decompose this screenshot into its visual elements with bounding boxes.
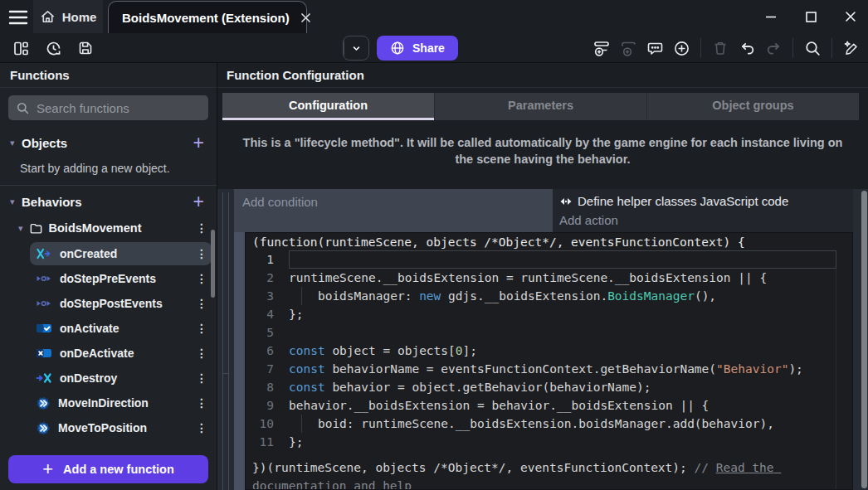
window-close-icon[interactable] [843,9,858,24]
toolbar: Preview Share [0,33,868,63]
sidebar-title: Functions [0,63,217,88]
move-icon [36,421,51,435]
kebab-menu-icon[interactable]: ⋮ [195,297,208,310]
step-icon [36,297,52,310]
tab-configuration[interactable]: Configuration [222,93,434,120]
add-function-label: Add a new function [63,463,174,476]
tab-document[interactable]: BoidsMovement (Extension) [108,1,307,34]
caret-down-icon: ▾ [10,138,22,148]
layout-panels-icon[interactable] [10,37,32,59]
behavior-group-boidsmovement[interactable]: ▾ BoidsMovement ⋮ [0,216,217,240]
event-rail [222,192,223,490]
search-icon[interactable] [802,37,823,59]
preview-dropdown-button[interactable] [344,36,368,60]
minimize-icon[interactable] [763,9,778,24]
maximize-icon[interactable] [803,9,818,24]
toolbar-separator [700,38,701,58]
comment-icon[interactable] [644,37,666,59]
behaviors-section-header[interactable]: ▾ Behaviors + [0,189,217,214]
add-circle-icon[interactable] [671,37,692,59]
kebab-menu-icon[interactable]: ⋮ [195,247,208,260]
functions-sidebar: Functions ▾ Objects + Start by adding a … [0,63,217,490]
share-button[interactable]: Share [377,36,458,61]
search-functions-box[interactable] [8,95,208,120]
function-item-dostelpreevents[interactable]: doStepPreEvents ⋮ [30,267,212,290]
caret-down-icon: ▾ [18,223,23,234]
tab-object-groups[interactable]: Object groups [646,93,859,120]
function-item-movetoposition[interactable]: MoveToPosition ⋮ [30,416,212,439]
sidebar-scrollbar[interactable] [211,230,215,298]
code-footer: })(runtimeScene, objects /*Object*/, eve… [246,451,852,490]
add-function-button[interactable]: + Add a new function [8,455,208,483]
window-controls [763,0,858,33]
event-drag-handle[interactable] [234,232,245,490]
tab-home[interactable]: Home [33,0,103,33]
js-code-icon [559,196,573,207]
search-functions-input[interactable] [37,101,201,115]
code-lines[interactable]: 12runtimeScene.__boidsExtension = runtim… [246,250,852,451]
function-item-onactivate[interactable]: onActivate ⋮ [30,317,212,340]
step-icon [36,272,52,285]
add-behavior-button[interactable]: + [189,193,208,210]
function-item-oncreated[interactable]: onCreated ⋮ [30,242,212,265]
destroy-icon [36,371,52,385]
home-icon [40,9,56,25]
tab-close-icon[interactable] [300,12,312,24]
event-rail-tick [222,373,229,374]
add-event-icon[interactable] [591,37,612,59]
code-header: (function(runtimeScene, objects /*Object… [246,233,852,250]
trash-icon[interactable] [710,37,731,59]
chevron-down-icon [350,42,363,55]
behaviors-section-label: Behaviors [22,195,189,209]
standard-event: Add condition Define helper classes Java… [234,189,853,232]
activate-icon [36,322,52,335]
add-object-button[interactable]: + [189,134,208,151]
kebab-menu-icon[interactable]: ⋮ [195,272,208,285]
preview-button-group: Preview [343,36,369,61]
deactivate-icon [36,347,52,360]
undo-icon[interactable] [736,37,758,59]
behavior-group-label: BoidsMovement [49,221,189,235]
add-subevent-icon[interactable] [617,37,639,59]
add-condition-button[interactable]: Add condition [234,189,553,232]
kebab-menu-icon[interactable]: ⋮ [195,322,208,335]
kebab-menu-icon[interactable]: ⋮ [195,421,208,434]
search-icon [16,101,30,115]
code-editor[interactable]: (function(runtimeScene, objects /*Object… [245,232,853,490]
globe-icon [390,41,405,56]
function-item-moveindirection[interactable]: MoveInDirection ⋮ [30,391,212,415]
kebab-menu-icon[interactable]: ⋮ [195,221,208,235]
panel-title: Function Configuration [217,63,868,88]
objects-section-header[interactable]: ▾ Objects + [0,130,217,155]
tab-home-label: Home [62,10,97,24]
edit-pen-icon[interactable] [841,37,862,59]
move-icon [36,396,51,410]
redo-icon[interactable] [763,37,784,59]
javascript-code-event: (function(runtimeScene, objects /*Object… [234,232,853,490]
kebab-menu-icon[interactable]: ⋮ [195,396,208,410]
tab-parameters[interactable]: Parameters [434,93,646,120]
toolbar-separator [831,38,832,58]
toolbar-separator [792,38,793,58]
objects-section-label: Objects [22,136,189,150]
function-configuration-panel: Function Configuration Configuration Par… [217,63,868,490]
function-item-ondestroy[interactable]: onDestroy ⋮ [30,366,212,390]
history-icon[interactable] [42,37,64,59]
action-define-helper-classes[interactable]: Define helper classes JavaScript code [559,192,846,211]
share-label: Share [412,41,445,55]
actions-column: Define helper classes JavaScript code Ad… [553,189,853,232]
add-action-button[interactable]: Add action [559,211,846,230]
function-item-ondeactivate[interactable]: onDeActivate ⋮ [30,342,212,365]
kebab-menu-icon[interactable]: ⋮ [195,371,208,385]
objects-empty-hint: Start by adding a new object. [0,155,217,185]
function-item-dosteppostevents[interactable]: doStepPostEvents ⋮ [30,292,212,315]
hamburger-icon[interactable] [7,7,28,27]
plus-icon: + [42,458,53,480]
created-icon [36,247,52,260]
kebab-menu-icon[interactable]: ⋮ [195,347,208,360]
configuration-tabs: Configuration Parameters Object groups [222,93,859,120]
sidebar-divider [0,185,217,186]
save-icon[interactable] [75,37,96,59]
events-scrollbar[interactable] [861,191,867,488]
folder-icon [29,221,43,235]
